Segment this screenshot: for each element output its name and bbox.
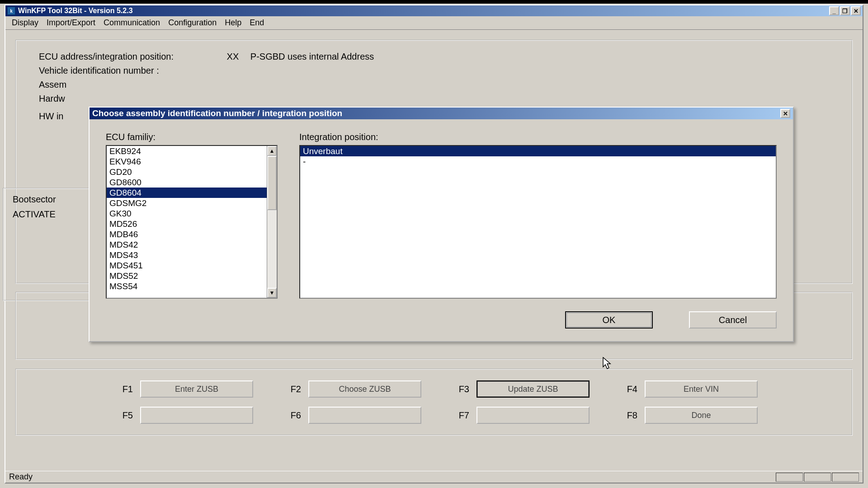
window-title: WinKFP Tool 32Bit - Version 5.2.3 bbox=[18, 7, 133, 15]
list-item[interactable]: MDS43 bbox=[107, 250, 267, 260]
cancel-button[interactable]: Cancel bbox=[689, 311, 777, 328]
status-cell bbox=[804, 473, 831, 482]
f4-button[interactable]: Enter VIN bbox=[645, 380, 758, 398]
f1-label: F1 bbox=[110, 384, 137, 394]
hardware-label: Hardw bbox=[39, 94, 211, 104]
f2-label: F2 bbox=[256, 384, 306, 394]
list-item[interactable]: GD8604 bbox=[107, 188, 267, 198]
f6-button[interactable] bbox=[308, 407, 421, 424]
menu-help[interactable]: Help bbox=[225, 18, 241, 28]
ecu-addr-label: ECU address/integration position: bbox=[39, 52, 211, 62]
fkeys-panel: F1 Enter ZUSB F2 Choose ZUSB F3 Update Z… bbox=[15, 369, 853, 436]
status-text: Ready bbox=[9, 472, 33, 482]
list-item[interactable]: MSS54 bbox=[107, 281, 267, 291]
dialog-title: Choose assembly identification number / … bbox=[92, 108, 342, 118]
list-item[interactable]: GK30 bbox=[107, 208, 267, 219]
list-item[interactable]: GDSMG2 bbox=[107, 198, 267, 208]
restore-button[interactable]: ❐ bbox=[840, 6, 850, 15]
close-button[interactable]: ✕ bbox=[851, 6, 861, 15]
list-item[interactable]: MDS451 bbox=[107, 260, 267, 271]
list-item[interactable]: MD526 bbox=[107, 219, 267, 229]
titlebar: k WinKFP Tool 32Bit - Version 5.2.3 _ ❐ … bbox=[5, 5, 863, 16]
menubar: Display Import/Export Communication Conf… bbox=[5, 16, 863, 30]
minimize-button[interactable]: _ bbox=[829, 6, 839, 15]
dialog-titlebar: Choose assembly identification number / … bbox=[90, 108, 793, 119]
f8-button[interactable]: Done bbox=[645, 407, 758, 424]
f7-button[interactable] bbox=[476, 407, 590, 424]
ecu-addr-value2: P-SGBD uses internal Address bbox=[250, 52, 374, 62]
list-item[interactable]: - bbox=[300, 156, 776, 167]
menu-configuration[interactable]: Configuration bbox=[168, 18, 217, 28]
f4-label: F4 bbox=[592, 384, 642, 394]
statusbar: Ready bbox=[5, 471, 863, 483]
list-item[interactable]: MDS42 bbox=[107, 239, 267, 250]
f3-label: F3 bbox=[424, 384, 474, 394]
f8-label: F8 bbox=[592, 410, 642, 421]
f1-button[interactable]: Enter ZUSB bbox=[140, 380, 253, 398]
f6-label: F6 bbox=[256, 410, 306, 421]
dialog-close-button[interactable]: ✕ bbox=[780, 109, 790, 118]
scroll-up-icon[interactable]: ▲ bbox=[267, 146, 277, 156]
app-icon: k bbox=[7, 7, 15, 15]
f3-button[interactable]: Update ZUSB bbox=[476, 380, 590, 398]
list-item[interactable]: EKB924 bbox=[107, 146, 267, 156]
integration-listbox[interactable]: Unverbaut- bbox=[299, 145, 777, 299]
list-item[interactable]: EKV946 bbox=[107, 156, 267, 167]
scroll-down-icon[interactable]: ▼ bbox=[267, 288, 277, 298]
vin-label: Vehicle identification number : bbox=[39, 66, 211, 76]
status-cell bbox=[776, 473, 803, 482]
f2-button[interactable]: Choose ZUSB bbox=[308, 380, 421, 398]
ecu-family-listbox[interactable]: EKB924EKV946GD20GD8600GD8604GDSMG2GK30MD… bbox=[106, 145, 278, 299]
desktop-topbar bbox=[0, 0, 868, 4]
list-item[interactable]: GD20 bbox=[107, 167, 267, 177]
menu-communication[interactable]: Communication bbox=[104, 18, 160, 28]
status-cell bbox=[832, 473, 859, 482]
ok-button[interactable]: OK bbox=[565, 311, 653, 328]
menu-end[interactable]: End bbox=[250, 18, 264, 28]
list-item[interactable]: Unverbaut bbox=[300, 146, 776, 156]
ecu-addr-value1: XX bbox=[227, 52, 239, 62]
f7-label: F7 bbox=[424, 410, 474, 421]
scrollbar[interactable]: ▲ ▼ bbox=[267, 146, 277, 298]
f5-label: F5 bbox=[110, 410, 137, 421]
menu-display[interactable]: Display bbox=[12, 18, 38, 28]
integration-position-label: Integration position: bbox=[299, 132, 777, 142]
ecu-family-label: ECU familiy: bbox=[106, 132, 278, 142]
choose-assembly-dialog: Choose assembly identification number / … bbox=[89, 107, 794, 342]
list-item[interactable]: GD8600 bbox=[107, 177, 267, 188]
list-item[interactable]: MDB46 bbox=[107, 229, 267, 239]
assembly-label: Assem bbox=[39, 80, 211, 90]
f5-button[interactable] bbox=[140, 407, 253, 424]
list-item[interactable]: MDS52 bbox=[107, 271, 267, 281]
menu-import-export[interactable]: Import/Export bbox=[47, 18, 95, 28]
scroll-thumb[interactable] bbox=[267, 156, 277, 210]
